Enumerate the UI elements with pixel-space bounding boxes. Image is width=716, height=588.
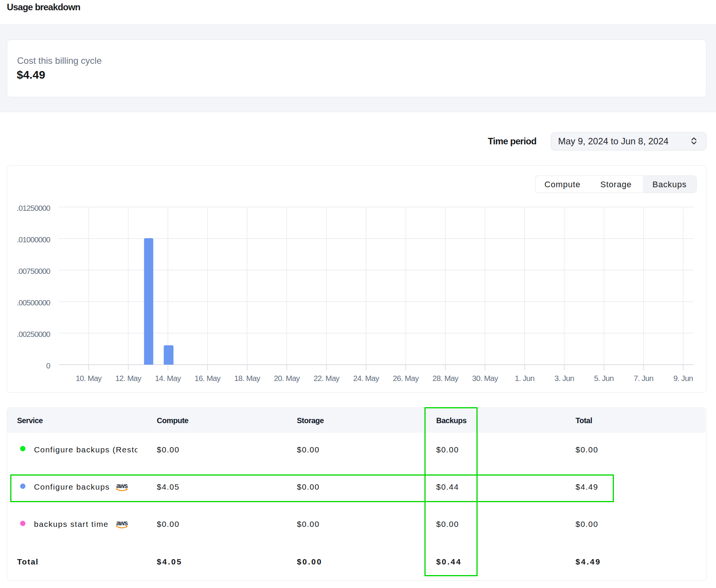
svg-text:20. May: 20. May bbox=[274, 374, 300, 383]
svg-text:5. Jun: 5. Jun bbox=[594, 374, 614, 383]
svg-text:0: 0 bbox=[46, 361, 50, 370]
svg-text:26. May: 26. May bbox=[393, 374, 419, 383]
svg-text:16. May: 16. May bbox=[195, 374, 221, 383]
svg-text:.00750000: .00750000 bbox=[17, 267, 50, 275]
svg-text:18. May: 18. May bbox=[234, 374, 260, 383]
svg-text:.00500000: .00500000 bbox=[17, 298, 50, 307]
svg-text:14. May: 14. May bbox=[155, 374, 181, 383]
svg-text:12. May: 12. May bbox=[115, 374, 142, 383]
svg-text:28. May: 28. May bbox=[432, 374, 459, 383]
svg-text:.01000000: .01000000 bbox=[17, 235, 50, 244]
svg-text:9. Jun: 9. Jun bbox=[673, 374, 693, 383]
svg-text:3. Jun: 3. Jun bbox=[554, 374, 574, 383]
svg-text:30. May: 30. May bbox=[472, 374, 498, 383]
svg-text:7. Jun: 7. Jun bbox=[634, 374, 653, 383]
svg-text:1. Jun: 1. Jun bbox=[515, 374, 535, 383]
svg-text:22. May: 22. May bbox=[314, 374, 340, 383]
svg-text:10. May: 10. May bbox=[76, 374, 102, 383]
svg-text:.00250000: .00250000 bbox=[17, 330, 50, 338]
svg-text:.01250000: .01250000 bbox=[17, 204, 50, 212]
svg-text:24. May: 24. May bbox=[353, 374, 379, 383]
